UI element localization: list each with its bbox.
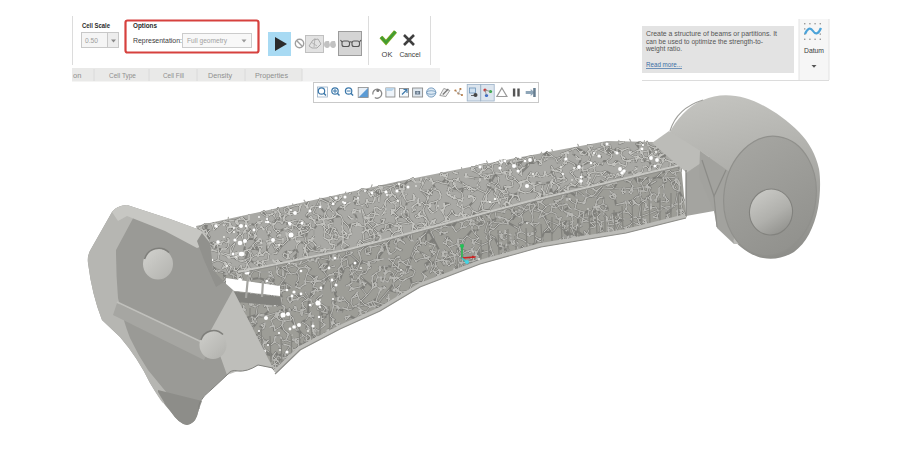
svg-text:Read more...: Read more... <box>646 61 682 68</box>
svg-text:0.50: 0.50 <box>85 36 98 45</box>
svg-text:Cancel: Cancel <box>400 50 421 59</box>
svg-text:OK: OK <box>382 50 393 59</box>
svg-text:Datum: Datum <box>804 46 824 55</box>
svg-text:Properties: Properties <box>255 71 288 80</box>
svg-text:Density: Density <box>208 71 232 80</box>
svg-text:Cell Scale: Cell Scale <box>82 21 110 30</box>
svg-text:Full geometry: Full geometry <box>187 36 227 45</box>
svg-text:Representation:: Representation: <box>133 36 182 45</box>
svg-text:Cell Type: Cell Type <box>109 71 136 80</box>
svg-text:on: on <box>73 71 81 80</box>
svg-text:Options: Options <box>133 21 157 30</box>
svg-text:weight ratio.: weight ratio. <box>645 45 682 53</box>
svg-text:Cell Fill: Cell Fill <box>163 71 184 80</box>
